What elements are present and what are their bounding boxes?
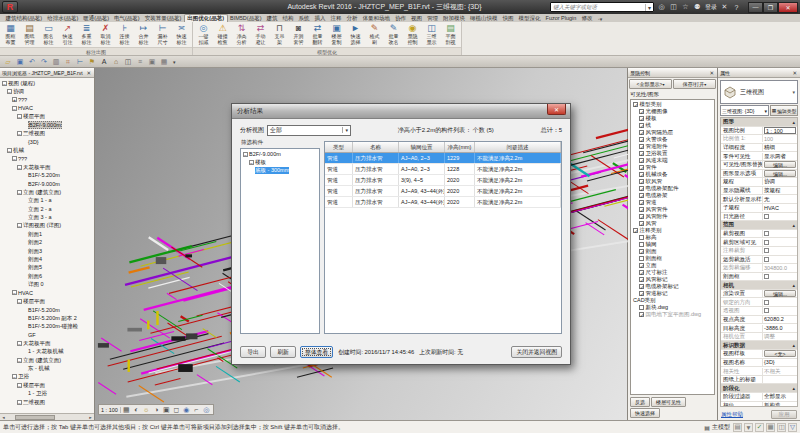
property-checkbox[interactable]	[764, 240, 769, 245]
visibility-item[interactable]: 管道附件	[632, 143, 713, 150]
thin-lines-icon[interactable]: ≡	[135, 57, 145, 67]
edit-type-button[interactable]: ▦ 编辑类型	[770, 105, 798, 116]
collapse-icon[interactable]: −	[17, 223, 22, 228]
ribbon-tab[interactable]: BIM5D(品茗)	[228, 15, 264, 22]
dialog-tree-item[interactable]: −B2F/-9.000m	[242, 150, 318, 158]
visibility-item[interactable]: 卫浴装置	[632, 150, 713, 157]
browser-tree-item[interactable]: −立面 (建筑立面)	[0, 356, 94, 364]
collapse-icon[interactable]: −	[17, 165, 22, 170]
ribbon-tab[interactable]: 分析	[344, 15, 360, 22]
column-header[interactable]: 名称	[353, 142, 399, 152]
table-row[interactable]: 管道压力排水管AJ~A0, 2~31228不能满足净高2.2m	[325, 164, 561, 175]
ribbon-tab[interactable]: 修改	[579, 15, 595, 22]
browser-tree-item[interactable]: 东 - 机械	[0, 364, 94, 372]
ribbon-tab[interactable]: 给排水(品茗)	[45, 15, 81, 22]
checked-checkbox[interactable]	[639, 137, 644, 142]
ribbon-button[interactable]: ✗取消标注	[96, 23, 115, 45]
favorites-star-icon[interactable]: ☆	[681, 3, 690, 11]
ribbon-tab[interactable]: 电气(品茗)	[112, 15, 143, 22]
application-menu-button[interactable]: R	[2, 1, 18, 13]
default-3d-view-icon[interactable]: ⌂	[111, 57, 121, 67]
crop-region-icon[interactable]: ◉	[182, 405, 191, 414]
checked-checkbox[interactable]	[639, 284, 644, 289]
show-all-dropdown[interactable]: <全部显示>▾	[629, 79, 672, 89]
checked-checkbox[interactable]	[639, 263, 644, 268]
browser-tree-item[interactable]: 剖面2	[0, 238, 94, 246]
browser-tree-item[interactable]: B2F/-9.000m	[0, 121, 94, 129]
browser-tree-item[interactable]: B1F/-5.200m 副本 2	[0, 314, 94, 322]
worksets-icon[interactable]: ▤	[733, 423, 742, 432]
qat-customize-icon[interactable]: ▾	[173, 59, 176, 65]
table-row[interactable]: 管道压力排水管AJ~A0, 2~31229不能满足净高2.2m	[325, 153, 561, 164]
view-filter-select[interactable]: 全部 ▾	[267, 125, 351, 136]
visibility-item[interactable]: 标高	[632, 234, 713, 241]
ribbon-tab[interactable]: 模型深化	[516, 15, 543, 22]
unchecked-checkbox[interactable]	[639, 256, 644, 261]
ribbon-tab[interactable]: 视图	[409, 15, 425, 22]
browser-tree-item[interactable]: 剖面4	[0, 255, 94, 263]
dialog-button[interactable]: 整体查看	[300, 346, 333, 358]
checked-checkbox[interactable]	[639, 158, 644, 163]
visibility-item[interactable]: 模型类别	[632, 101, 713, 108]
browser-tree-item[interactable]: −立面 (建筑立面)	[0, 188, 94, 196]
results-table[interactable]: 类型名称轴网位置净高(mm)问题描述管道压力排水管AJ~A0, 2~31229不…	[324, 141, 562, 334]
ribbon-button[interactable]: ◫三维显示	[422, 23, 441, 45]
editable-only-icon[interactable]: ✓	[755, 423, 764, 432]
column-header[interactable]: 类型	[325, 142, 353, 152]
property-section-header[interactable]: 阶段化▴	[721, 384, 797, 393]
detail-level-icon[interactable]: ▦	[122, 405, 131, 414]
ribbon-button[interactable]: ⊦连接标注	[115, 23, 134, 45]
checked-checkbox[interactable]	[639, 172, 644, 177]
browser-tree-item[interactable]: −楼层平面	[0, 297, 94, 305]
visibility-item[interactable]: 风管附件	[632, 213, 713, 220]
checked-checkbox[interactable]	[639, 123, 644, 128]
browser-tree-item[interactable]: 立面 2 - a	[0, 205, 94, 213]
undo-icon[interactable]: ↶	[27, 57, 37, 67]
ribbon-tab[interactable]: 管理	[425, 15, 441, 22]
browser-tree-item[interactable]: B2F/-9.000m	[0, 180, 94, 188]
collapse-icon[interactable]: ▴	[792, 385, 795, 391]
property-checkbox[interactable]	[764, 214, 769, 219]
rendering-icon[interactable]: ▣	[162, 405, 171, 414]
browser-tree-item[interactable]: 立面 1 - a	[0, 196, 94, 204]
checked-checkbox[interactable]	[639, 193, 644, 198]
visibility-footer-button[interactable]: 反选	[630, 397, 650, 407]
close-icon[interactable]: ✕	[791, 70, 798, 76]
search-input[interactable]	[551, 4, 645, 10]
checked-checkbox[interactable]	[633, 228, 638, 233]
visibility-item[interactable]: 管道标记	[632, 290, 713, 297]
table-row[interactable]: 管道压力排水管3(9), 4~52020不能满足净高2.2m	[325, 175, 561, 186]
property-edit-button[interactable]: <无>	[764, 350, 796, 357]
tag-by-category-icon[interactable]: ⚑	[87, 57, 97, 67]
collapse-icon[interactable]: −	[17, 341, 22, 346]
collapse-icon[interactable]: ▴	[792, 282, 795, 288]
property-checkbox[interactable]	[764, 300, 769, 305]
ribbon-button[interactable]: ↦合并标注	[134, 23, 153, 45]
dialog-button[interactable]: 导出	[240, 346, 266, 358]
section-icon[interactable]: ◫	[123, 57, 133, 67]
ribbon-button[interactable]: ≍快速标注	[172, 23, 191, 45]
checked-checkbox[interactable]	[639, 109, 644, 114]
ribbon-button[interactable]: ≣多重标注	[77, 23, 96, 45]
visibility-item[interactable]: 剖面	[632, 248, 713, 255]
ribbon-tab[interactable]: 出图优化(品茗)	[184, 14, 228, 22]
collapse-icon[interactable]: −	[12, 106, 17, 111]
visibility-item[interactable]: 管道	[632, 199, 713, 206]
property-checkbox[interactable]	[764, 231, 769, 236]
collapse-icon[interactable]: −	[17, 299, 22, 304]
property-checkbox[interactable]	[764, 248, 769, 253]
aligned-dimension-icon[interactable]: ⊢	[75, 57, 85, 67]
column-header[interactable]: 问题描述	[475, 142, 561, 152]
visibility-item[interactable]: 风管	[632, 220, 713, 227]
collapse-icon[interactable]: −	[12, 374, 17, 379]
visibility-footer-button[interactable]: 楼层可见性	[651, 397, 686, 407]
ribbon-button[interactable]: ▦图框布置	[1, 23, 20, 45]
property-checkbox[interactable]	[764, 257, 769, 262]
visibility-item[interactable]: 新块.dwg	[632, 304, 713, 311]
browser-tree-item[interactable]: −HVAC	[0, 104, 94, 112]
filter-icon[interactable]: ▽	[788, 423, 797, 432]
checked-checkbox[interactable]	[639, 151, 644, 156]
restore-button[interactable]: ❐	[763, 2, 778, 13]
ribbon-button[interactable]: ▭图名标注	[39, 23, 58, 45]
collapse-icon[interactable]: ▴	[792, 342, 795, 348]
